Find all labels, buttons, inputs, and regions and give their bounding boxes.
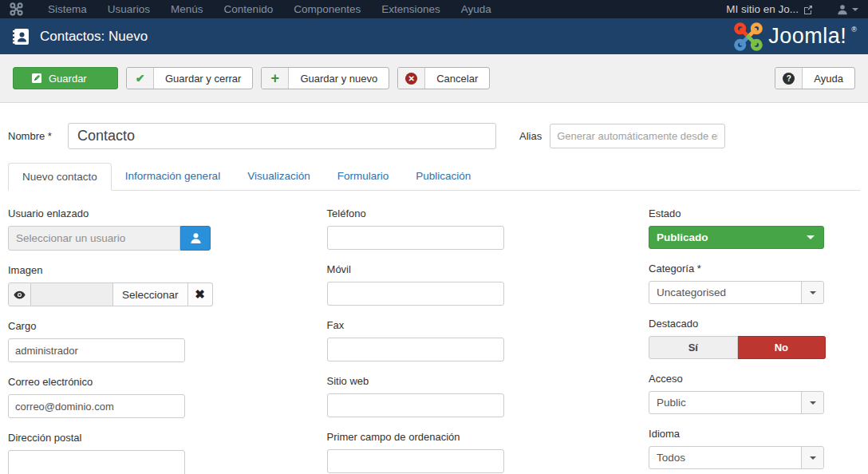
alias-label: Alias [519,130,542,142]
fax-input[interactable] [327,338,504,361]
preview-site-link[interactable]: MI sitio en Jo... [726,3,813,15]
select-caret-button[interactable] [801,447,823,468]
nav-item-usuarios[interactable]: Usuarios [97,3,160,15]
image-label: Imagen [8,264,319,276]
chevron-down-icon [852,8,858,11]
language-value: Todos [649,452,801,464]
address-textarea[interactable] [8,450,185,474]
image-clear-button[interactable]: ✖ [188,282,213,306]
tab-publicacion[interactable]: Publicación [402,163,484,191]
preview-eye-button[interactable] [8,282,31,306]
field-position: Cargo [8,320,319,362]
featured-toggle: Sí No [649,336,826,359]
website-input[interactable] [327,393,504,417]
save-close-button-label: Guardar y cerrar [154,68,252,89]
form-tabs: Nuevo contacto Información general Visua… [8,163,860,191]
field-featured: Destacado Sí No [649,318,860,359]
cancel-button[interactable]: ✕ Cancelar [397,67,490,89]
nav-item-contenido[interactable]: Contenido [214,3,284,15]
help-button[interactable]: ? Ayuda [775,67,855,89]
save-button-label: Guardar [42,68,98,89]
save-button[interactable]: Guardar [13,67,118,89]
name-input[interactable] [68,123,496,149]
nav-item-ayuda[interactable]: Ayuda [451,3,502,15]
joomla-logo-text: Joomla! [768,24,846,49]
status-label: Estado [649,207,860,219]
select-caret-button[interactable] [801,282,823,303]
admin-navbar: Sistema Usuarios Menús Contenido Compone… [0,0,868,18]
image-path-input[interactable] [31,282,113,306]
toolbar: Guardar ✔ Guardar y cerrar + Guardar y n… [0,54,868,103]
logo-registered-mark: ® [851,26,857,34]
featured-no-button[interactable]: No [738,336,827,359]
field-fax: Fax [327,319,641,361]
save-new-button[interactable]: + Guardar y nuevo [261,67,389,89]
status-value: Publicado [649,231,807,243]
mobile-input[interactable] [327,282,504,306]
tab-nuevo-contacto[interactable]: Nuevo contacto [8,163,112,191]
access-value: Public [649,397,801,409]
website-label: Sitio web [327,375,641,387]
field-website: Sitio web [327,375,641,417]
phone-label: Teléfono [327,207,641,219]
featured-yes-button[interactable]: Sí [649,336,738,359]
nav-item-componentes[interactable]: Componentes [283,3,371,15]
chevron-down-icon [810,456,816,460]
page-title: Contactos: Nuevo [40,29,148,45]
form-columns: Usuario enlazado Seleccionar un usuario … [8,191,860,474]
field-email: Correo electrónico [8,376,319,418]
select-caret-button[interactable] [801,392,823,413]
nav-item-extensiones[interactable]: Extensiones [371,3,451,15]
help-icon: ? [775,68,803,89]
category-label: Categoría * [649,263,860,275]
category-value: Uncategorised [649,286,801,298]
field-sort: Primer campo de ordenación [327,431,641,473]
toolbar-button-group: Guardar ✔ Guardar y cerrar + Guardar y n… [13,67,490,89]
linked-user-input[interactable]: Seleccionar un usuario [8,226,180,251]
name-alias-row: Nombre * Alias [8,123,860,149]
save-new-button-label: Guardar y nuevo [289,68,389,89]
position-input[interactable] [8,338,185,362]
alias-input[interactable] [550,124,725,148]
eye-icon [14,290,26,299]
joomla-brand-icon[interactable] [10,2,23,16]
sort-field-input[interactable] [327,449,504,473]
tab-visualizacion[interactable]: Visualización [234,163,324,191]
contacts-icon [11,27,30,46]
joomla-logo-icon [733,22,763,52]
linked-user-label: Usuario enlazado [8,207,319,219]
chevron-down-icon [810,291,816,294]
field-language: Idioma Todos [649,428,860,469]
joomla-logo: Joomla! ® [733,22,857,52]
status-select[interactable]: Publicado [649,226,824,249]
cancel-icon: ✕ [398,68,425,89]
save-close-button[interactable]: ✔ Guardar y cerrar [126,67,253,89]
access-select[interactable]: Public [649,391,824,414]
address-label: Dirección postal [8,432,319,444]
site-link-label: MI sitio en Jo... [726,3,799,15]
category-select[interactable]: Uncategorised [649,281,824,304]
image-select-button[interactable]: Seleccionar [113,282,188,306]
email-field[interactable] [8,394,185,418]
user-menu[interactable] [837,4,858,15]
contact-form: Nombre * Alias Nuevo contacto Informació… [0,123,868,474]
image-group: Seleccionar ✖ [8,282,319,306]
save-icon [14,68,42,89]
chevron-down-icon [807,235,815,239]
select-user-button[interactable] [180,226,211,251]
column-right: Estado Publicado Categoría * Uncategoris… [640,207,860,474]
nav-item-menus[interactable]: Menús [160,3,214,15]
nav-item-sistema[interactable]: Sistema [37,3,97,15]
featured-label: Destacado [649,318,860,330]
mobile-label: Móvil [327,263,641,275]
tab-formulario[interactable]: Formulario [324,163,403,191]
phone-input[interactable] [327,226,504,250]
tab-informacion-general[interactable]: Información general [112,163,234,191]
linked-user-group: Seleccionar un usuario [8,226,319,251]
field-address: Dirección postal [8,432,319,474]
plus-icon: + [262,68,289,89]
field-image: Imagen Seleccionar ✖ [8,264,319,306]
field-mobile: Móvil [327,263,641,306]
language-select[interactable]: Todos [649,446,824,469]
help-button-label: Ayuda [803,68,854,89]
